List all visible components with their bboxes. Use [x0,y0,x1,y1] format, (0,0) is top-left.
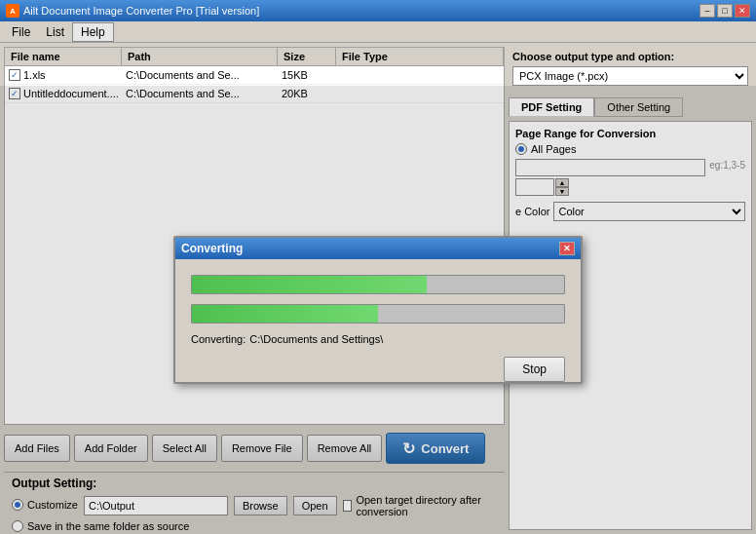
file-size-cell-1: 15KB [278,68,336,82]
table-row: 1.xls C:\Documents and Se... 15KB [5,66,504,85]
menu-help[interactable]: Help [72,22,114,42]
title-bar: A Ailt Document Image Converter Pro [Tri… [0,0,756,21]
close-button[interactable]: ✕ [735,4,750,18]
window-controls: – □ ✕ [699,4,750,18]
menu-file[interactable]: File [4,23,38,41]
modal-title: Converting [181,242,243,255]
converting-modal: Converting ✕ Converting: C:\Documents an… [173,236,583,384]
file-path-cell-1: C:\Documents and Se... [122,68,278,82]
title-bar-left: A Ailt Document Image Converter Pro [Tri… [6,4,259,18]
modal-body: Converting: C:\Documents and Settings\ S… [175,259,581,372]
minimize-button[interactable]: – [699,4,715,18]
file-type-cell-1 [336,74,504,76]
file-name-cell: 1.xls [5,68,122,82]
file-list-header: File name Path Size File Type [5,48,504,66]
progress-bar-1-container [191,275,565,294]
modal-overlay: Converting ✕ Converting: C:\Documents an… [0,86,756,534]
col-path[interactable]: Path [122,48,278,65]
progress-bar-1 [192,276,427,293]
app-title: Ailt Document Image Converter Pro [Trial… [23,5,259,17]
modal-close-button[interactable]: ✕ [559,242,575,255]
stop-button[interactable]: Stop [504,357,565,382]
col-filetype[interactable]: File Type [336,48,504,65]
status-label: Converting: [191,333,246,345]
col-filename[interactable]: File name [5,48,122,65]
maximize-button[interactable]: □ [717,4,733,18]
output-type-section: Choose output type and option: PCX Image… [509,47,752,90]
modal-title-bar: Converting ✕ [175,238,581,259]
menu-list[interactable]: List [38,23,72,41]
output-type-label: Choose output type and option: [512,51,748,62]
progress-bar-2-container [191,304,565,324]
progress-bar-2 [192,305,378,323]
app-icon: A [6,4,19,18]
output-type-select[interactable]: PCX Image (*.pcx) [512,66,748,86]
status-path: C:\Documents and Settings\ [249,333,383,345]
converting-status: Converting: C:\Documents and Settings\ [191,333,565,345]
col-size[interactable]: Size [278,48,336,65]
file-checkbox-1[interactable] [9,69,20,81]
menu-bar: File List Help [0,21,756,43]
